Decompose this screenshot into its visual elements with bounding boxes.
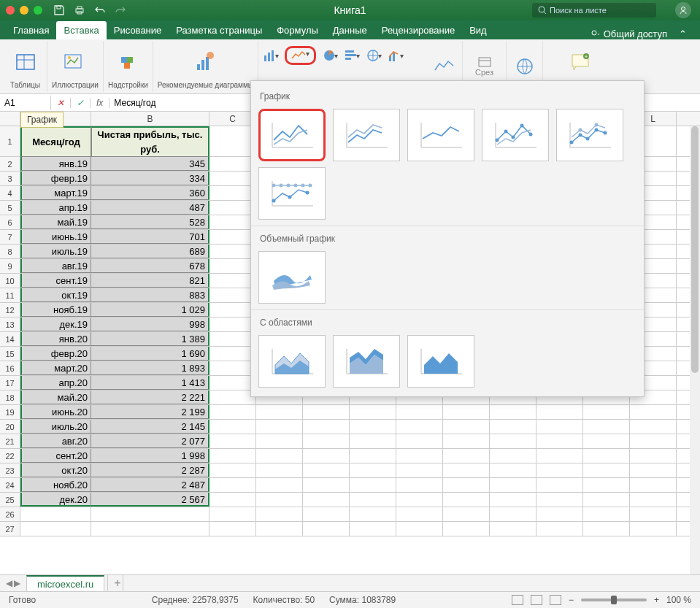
cell[interactable] bbox=[443, 522, 490, 536]
collapse-ribbon-icon[interactable]: ⌃ bbox=[679, 28, 687, 39]
sheet-tab-active[interactable]: microexcel.ru bbox=[26, 575, 104, 592]
row-header[interactable]: 23 bbox=[0, 463, 20, 477]
print-icon[interactable] bbox=[74, 4, 85, 16]
cell[interactable] bbox=[209, 390, 256, 404]
cell[interactable]: февр.19 bbox=[20, 172, 91, 185]
cell[interactable]: нояб.19 bbox=[20, 303, 91, 317]
cell[interactable]: 1 413 bbox=[91, 376, 209, 390]
cell[interactable] bbox=[396, 507, 443, 521]
row-header[interactable]: 13 bbox=[0, 318, 20, 331]
cell[interactable]: май.20 bbox=[20, 390, 91, 404]
cell[interactable]: 2 567 bbox=[91, 493, 209, 507]
line-chart-markers-100pct[interactable] bbox=[258, 167, 326, 220]
cell[interactable]: июль.20 bbox=[20, 420, 91, 434]
cell[interactable] bbox=[209, 478, 256, 492]
row-header[interactable]: 12 bbox=[0, 303, 20, 317]
cell[interactable]: нояб.20 bbox=[20, 478, 91, 492]
row-header[interactable]: 15 bbox=[0, 347, 20, 361]
cell[interactable] bbox=[209, 420, 256, 434]
line-chart-button[interactable]: ▾ bbox=[285, 46, 316, 65]
cell[interactable]: март.20 bbox=[20, 361, 91, 375]
cell[interactable] bbox=[630, 522, 677, 536]
column-chart-icon[interactable]: ▾ bbox=[263, 45, 279, 66]
cell[interactable] bbox=[396, 405, 443, 419]
cell[interactable]: 487 bbox=[91, 201, 209, 215]
row-header[interactable]: 25 bbox=[0, 493, 20, 507]
cell[interactable]: май.19 bbox=[20, 215, 91, 229]
cell[interactable]: 2 221 bbox=[91, 390, 209, 404]
share-button[interactable]: Общий доступ ⌃ bbox=[582, 28, 694, 39]
area-chart-100pct[interactable] bbox=[407, 335, 474, 388]
cell[interactable] bbox=[443, 405, 490, 419]
tab-review[interactable]: Рецензирование bbox=[374, 21, 462, 39]
cell[interactable] bbox=[209, 507, 256, 521]
cell[interactable]: 883 bbox=[91, 288, 209, 302]
cell[interactable] bbox=[536, 507, 583, 521]
cell[interactable] bbox=[209, 493, 256, 507]
cell[interactable] bbox=[536, 405, 583, 419]
cell[interactable] bbox=[303, 434, 350, 448]
cell[interactable]: 2 199 bbox=[91, 405, 209, 419]
row-header[interactable]: 22 bbox=[0, 449, 20, 463]
cell[interactable] bbox=[256, 493, 303, 507]
cell[interactable]: сент.19 bbox=[20, 274, 91, 288]
cell[interactable] bbox=[396, 463, 443, 477]
cell[interactable] bbox=[209, 434, 256, 448]
cell[interactable] bbox=[209, 347, 256, 361]
select-all-corner[interactable] bbox=[0, 112, 20, 126]
col-header[interactable]: C bbox=[209, 112, 256, 126]
cell[interactable]: июнь.19 bbox=[20, 230, 91, 244]
cell[interactable] bbox=[209, 230, 256, 244]
cell[interactable] bbox=[490, 434, 536, 448]
cell[interactable] bbox=[91, 522, 209, 536]
cell[interactable] bbox=[630, 405, 677, 419]
cell[interactable] bbox=[256, 405, 303, 419]
cell[interactable]: 1 998 bbox=[91, 449, 209, 463]
cell[interactable]: 1 893 bbox=[91, 361, 209, 375]
row-header[interactable]: 3 bbox=[0, 172, 20, 185]
row-header[interactable]: 9 bbox=[0, 259, 20, 273]
row-header[interactable]: 6 bbox=[0, 215, 20, 229]
cell[interactable] bbox=[490, 493, 536, 507]
cell[interactable] bbox=[256, 522, 303, 536]
combo-chart-icon[interactable]: ▾ bbox=[388, 45, 404, 66]
cell[interactable] bbox=[443, 420, 490, 434]
line-chart-3d[interactable] bbox=[258, 251, 326, 304]
cell[interactable] bbox=[209, 172, 256, 185]
cell[interactable] bbox=[490, 449, 536, 463]
cell[interactable] bbox=[583, 405, 630, 419]
sheet-nav-next[interactable]: ▶ bbox=[14, 578, 20, 588]
row-header[interactable]: 1 bbox=[0, 126, 20, 156]
cell[interactable] bbox=[443, 507, 490, 521]
cell[interactable] bbox=[303, 522, 350, 536]
sheet-nav-prev[interactable]: ◀ bbox=[6, 578, 12, 588]
cell[interactable] bbox=[536, 434, 583, 448]
cell[interactable] bbox=[396, 522, 443, 536]
redo-icon[interactable] bbox=[115, 4, 126, 16]
pie-chart-icon[interactable]: ▾ bbox=[322, 45, 338, 66]
vertical-scrollbar[interactable] bbox=[690, 126, 700, 574]
map-chart-icon[interactable]: ▾ bbox=[366, 45, 382, 66]
cell[interactable] bbox=[630, 463, 677, 477]
name-box[interactable]: A1 bbox=[0, 96, 51, 110]
row-header[interactable]: 4 bbox=[0, 186, 20, 200]
cell[interactable] bbox=[209, 303, 256, 317]
view-pagelayout-icon[interactable] bbox=[531, 595, 542, 605]
row-header[interactable]: 20 bbox=[0, 420, 20, 434]
zoom-slider[interactable] bbox=[581, 599, 647, 601]
group-illustrations[interactable]: Иллюстрации bbox=[47, 41, 104, 92]
cell[interactable] bbox=[490, 405, 536, 419]
cell[interactable] bbox=[536, 522, 583, 536]
cell[interactable] bbox=[396, 434, 443, 448]
cell[interactable]: 1 389 bbox=[91, 332, 209, 346]
cell[interactable] bbox=[350, 463, 396, 477]
cell[interactable]: 689 bbox=[91, 245, 209, 258]
maximize-window[interactable] bbox=[34, 6, 42, 15]
cell[interactable] bbox=[303, 478, 350, 492]
row-header[interactable]: 17 bbox=[0, 376, 20, 390]
cell[interactable]: дек.19 bbox=[20, 318, 91, 331]
cell[interactable] bbox=[303, 405, 350, 419]
cell[interactable] bbox=[303, 463, 350, 477]
row-header[interactable]: 18 bbox=[0, 390, 20, 404]
group-addins[interactable]: Надстройки bbox=[104, 41, 153, 92]
